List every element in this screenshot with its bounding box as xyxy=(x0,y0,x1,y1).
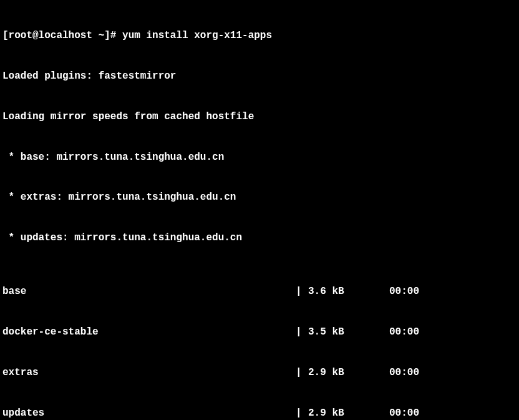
repo-time: 00:00 xyxy=(389,326,419,339)
repo-name: updates xyxy=(2,407,296,420)
repo-time: 00:00 xyxy=(389,285,419,299)
output-line: * extras: mirrors.tuna.tsinghua.edu.cn xyxy=(2,191,517,205)
output-line: Loaded plugins: fastestmirror xyxy=(2,70,517,84)
pipe-separator: | xyxy=(296,326,308,339)
repo-row: base| 3.6 kB00:00 xyxy=(2,285,517,299)
shell-prompt: [root@localhost ~]# xyxy=(2,30,122,41)
output-line: * updates: mirrors.tuna.tsinghua.edu.cn xyxy=(2,232,517,245)
repo-name: base xyxy=(2,285,296,299)
repo-size: 3.6 kB xyxy=(308,285,389,299)
terminal-output[interactable]: [root@localhost ~]# yum install xorg-x11… xyxy=(2,2,517,420)
output-line: * base: mirrors.tuna.tsinghua.edu.cn xyxy=(2,151,517,165)
repo-time: 00:00 xyxy=(389,366,419,380)
pipe-separator: | xyxy=(296,366,308,380)
repo-row: extras| 2.9 kB00:00 xyxy=(2,366,517,380)
command-text: yum install xorg-x11-apps xyxy=(122,30,272,41)
repo-row: docker-ce-stable| 3.5 kB00:00 xyxy=(2,326,517,339)
pipe-separator: | xyxy=(296,407,308,420)
output-line: Loading mirror speeds from cached hostfi… xyxy=(2,110,517,124)
repo-size: 2.9 kB xyxy=(308,366,389,380)
repo-name: extras xyxy=(2,366,296,380)
repo-size: 3.5 kB xyxy=(308,326,389,339)
repo-size: 2.9 kB xyxy=(308,407,389,420)
repo-name: docker-ce-stable xyxy=(2,326,296,339)
repo-row: updates| 2.9 kB00:00 xyxy=(2,407,517,420)
pipe-separator: | xyxy=(296,285,308,299)
prompt-line: [root@localhost ~]# yum install xorg-x11… xyxy=(2,29,517,43)
repo-time: 00:00 xyxy=(389,407,419,420)
